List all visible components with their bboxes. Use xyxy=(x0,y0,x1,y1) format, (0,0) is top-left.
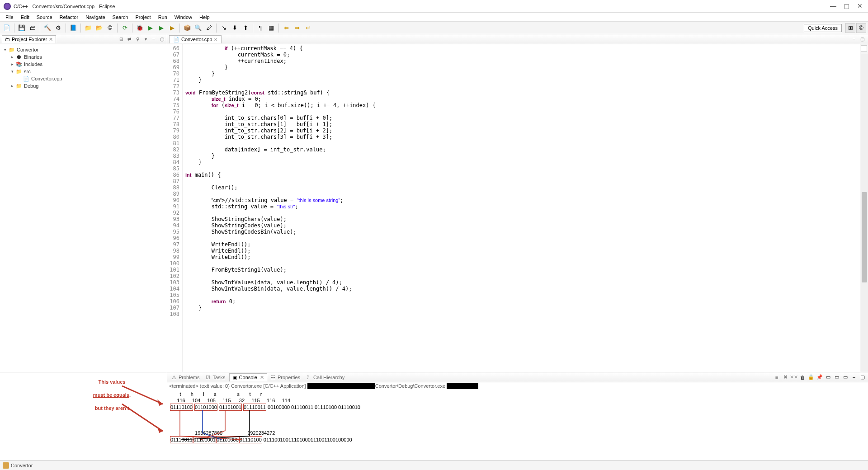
external-tools-button[interactable]: ▶ xyxy=(167,23,177,33)
project-explorer-tab[interactable]: 🗀 Project Explorer ✕ xyxy=(2,35,56,43)
main-toolbar: 📄 💾 🗃 🔨 ⚙ 📘 📁 📂 © ⟳ 🐞 ▶ ▶ ▶ 📦 🔍 🖊 ↘ ⬇ ⬆ … xyxy=(0,22,868,34)
profile-button[interactable]: ▶ xyxy=(156,23,166,33)
remove-launch-button[interactable]: ✖ xyxy=(782,374,789,381)
minimize-editor-icon[interactable]: − xyxy=(851,36,857,42)
close-button[interactable]: ✕ xyxy=(857,4,863,9)
new-source-button[interactable]: 📂 xyxy=(94,23,104,33)
new-console-button[interactable]: ▭ xyxy=(842,374,849,381)
tab-call-hierarchy[interactable]: ⤴Call Hierarchy xyxy=(304,374,347,381)
status-text: Convertor xyxy=(11,463,33,468)
menu-edit[interactable]: Edit xyxy=(17,14,33,21)
menu-help[interactable]: Help xyxy=(196,14,213,21)
maximize-editor-icon[interactable]: ▢ xyxy=(859,36,865,42)
build-config-button[interactable]: ⚙ xyxy=(53,23,63,33)
tree-label: src xyxy=(24,69,31,74)
annotation-overlay: This values must be equals, but they are… xyxy=(0,372,167,460)
remove-all-button[interactable]: ⨯⨯ xyxy=(790,374,797,381)
tree-includes[interactable]: ▸📚 Includes xyxy=(1,61,166,68)
project-explorer-view: 🗀 Project Explorer ✕ ⊟ ⇄ ⚲ ▾ − ▢ ▾📁 Conv… xyxy=(0,34,167,372)
window-titlebar: C/C++ - Convertor/src/Convertor.cpp - Ec… xyxy=(0,0,868,13)
debug-button[interactable]: 🐞 xyxy=(135,23,145,33)
tab-properties[interactable]: ☷Properties xyxy=(268,374,303,381)
maximize-view-icon[interactable]: ▢ xyxy=(159,36,165,42)
tree-label: Binaries xyxy=(24,54,42,60)
refresh-button[interactable]: ⟳ xyxy=(120,23,130,33)
open-type-button[interactable]: 📦 xyxy=(182,23,192,33)
clear-console-button[interactable]: 🗑 xyxy=(799,374,806,381)
status-bar: Convertor xyxy=(0,460,868,470)
scroll-lock-button[interactable]: 🔒 xyxy=(807,374,815,381)
close-view-icon[interactable]: ✕ xyxy=(49,37,53,42)
build-button[interactable]: 🔨 xyxy=(42,23,52,33)
tree-debug-folder[interactable]: ▸📁 Debug xyxy=(1,82,166,89)
block-select-button[interactable]: ▦ xyxy=(266,23,276,33)
console-line: 1936287860 1920234272 xyxy=(170,430,865,436)
console-line-bin1: 01110100 01101000 01101001 01110011 0010… xyxy=(170,404,865,411)
new-cpp-button[interactable]: 📘 xyxy=(68,23,78,33)
ruler-button[interactable] xyxy=(861,45,867,52)
forward-button[interactable]: ➡ xyxy=(292,23,302,33)
pin-console-button[interactable]: 📌 xyxy=(816,374,823,381)
console-header: <terminated> (exit value: 0) Convertor.e… xyxy=(167,382,868,390)
close-tab-icon[interactable]: ✕ xyxy=(260,375,264,381)
back-button[interactable]: ⬅ xyxy=(281,23,291,33)
open-console-button[interactable]: ▭ xyxy=(833,374,840,381)
minimize-console-icon[interactable]: − xyxy=(850,374,858,381)
view-menu-icon[interactable]: ▾ xyxy=(142,36,149,42)
tree-label: Includes xyxy=(24,61,42,67)
vertical-scrollbar[interactable] xyxy=(861,54,868,372)
minimize-view-icon[interactable]: − xyxy=(151,36,157,42)
tree-src-folder[interactable]: ▾📁 src xyxy=(1,68,166,75)
menu-refactor[interactable]: Refactor xyxy=(56,14,82,21)
scrollbar-thumb[interactable] xyxy=(862,192,867,282)
prev-annotation-button[interactable]: ⬆ xyxy=(241,23,250,33)
tab-console[interactable]: ▣Console✕ xyxy=(229,373,267,381)
open-perspective-button[interactable]: ⊞ xyxy=(845,23,855,33)
cpp-perspective-button[interactable]: © xyxy=(856,23,866,33)
close-tab-icon[interactable]: ✕ xyxy=(214,37,217,42)
menu-file[interactable]: File xyxy=(2,14,17,21)
search-button[interactable]: 🔍 xyxy=(193,23,203,33)
focus-icon[interactable]: ⚲ xyxy=(134,36,141,42)
toggle-mark-button[interactable]: 🖊 xyxy=(204,23,214,33)
terminate-button[interactable]: ■ xyxy=(773,374,780,381)
run-button[interactable]: ▶ xyxy=(146,23,156,33)
tab-problems[interactable]: ⚠Problems xyxy=(169,374,202,381)
tree-binaries[interactable]: ▸⬢ Binaries xyxy=(1,53,166,61)
menu-project[interactable]: Project xyxy=(132,14,154,21)
console-line-bin2: 01110011011010010110100001110100 0111001… xyxy=(170,436,865,443)
menu-run[interactable]: Run xyxy=(155,14,171,21)
project-icon: 📁 xyxy=(8,47,15,53)
tree-project-root[interactable]: ▾📁 Convertor xyxy=(1,46,166,53)
maximize-console-icon[interactable]: ▢ xyxy=(859,374,866,381)
console-output[interactable]: t h i s s t r 116 104 105 115 32 115 116… xyxy=(167,390,868,460)
quick-access[interactable]: Quick Access xyxy=(804,24,842,32)
tab-tasks[interactable]: ☑Tasks xyxy=(203,374,228,381)
new-folder-button[interactable]: 📁 xyxy=(83,23,93,33)
menu-navigate[interactable]: Navigate xyxy=(82,14,108,21)
menu-bar: File Edit Source Refactor Navigate Searc… xyxy=(0,13,868,22)
step-button[interactable]: ↘ xyxy=(219,23,229,33)
maximize-button[interactable]: ▢ xyxy=(844,4,849,9)
cpp-file-icon: 📄 xyxy=(173,37,179,42)
next-annotation-button[interactable]: ⬇ xyxy=(230,23,240,33)
code-editor[interactable]: 66 67 68 69 70 71 72 73 74 75 76 77 78 7… xyxy=(167,44,868,372)
code-content[interactable]: if (++currentMask == 4) { currentMask = … xyxy=(183,44,860,372)
editor-tab-convertor[interactable]: 📄 Convertor.cpp ✕ xyxy=(169,35,222,43)
tree-convertor-cpp[interactable]: 📄 Convertor.cpp xyxy=(1,75,166,82)
last-edit-button[interactable]: ↩ xyxy=(303,23,313,33)
menu-window[interactable]: Window xyxy=(171,14,196,21)
save-button[interactable]: 💾 xyxy=(17,23,27,33)
display-selected-button[interactable]: ▭ xyxy=(825,374,832,381)
project-tree[interactable]: ▾📁 Convertor ▸⬢ Binaries ▸📚 Includes ▾📁 … xyxy=(0,44,167,372)
save-all-button[interactable]: 🗃 xyxy=(28,23,38,33)
menu-source[interactable]: Source xyxy=(33,14,56,21)
tree-label: Debug xyxy=(24,83,38,89)
new-class-button[interactable]: © xyxy=(105,23,115,33)
new-button[interactable]: 📄 xyxy=(2,23,12,33)
link-editor-icon[interactable]: ⇄ xyxy=(126,36,132,42)
minimize-button[interactable]: — xyxy=(830,4,835,9)
collapse-all-icon[interactable]: ⊟ xyxy=(118,36,124,42)
show-whitespace-button[interactable]: ¶ xyxy=(255,23,265,33)
menu-search[interactable]: Search xyxy=(109,14,132,21)
